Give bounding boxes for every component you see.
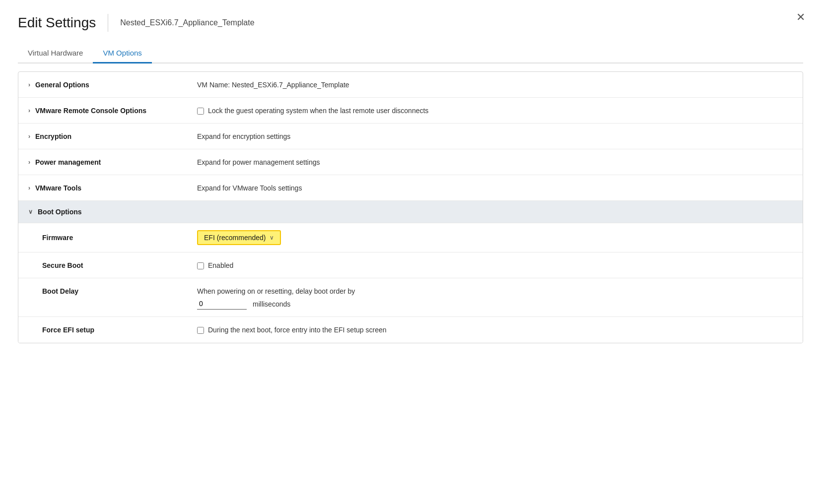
edit-settings-dialog: Edit Settings Nested_ESXi6.7_Appliance_T… — [0, 0, 821, 504]
label-text-vmware-tools: VMware Tools — [35, 184, 81, 192]
label-vmware-tools[interactable]: › VMware Tools — [18, 177, 187, 199]
row-secure-boot: Secure Boot Enabled — [18, 252, 803, 278]
boot-delay-input-row: milliseconds — [197, 298, 793, 310]
close-button[interactable]: ✕ — [796, 12, 805, 23]
label-general-options[interactable]: › General Options — [18, 74, 187, 96]
checkbox-text-force-efi-setup: During the next boot, force entry into t… — [208, 326, 387, 334]
label-boot-delay: Boot Delay — [18, 280, 187, 302]
tab-vm-options[interactable]: VM Options — [93, 44, 151, 63]
row-vmware-remote-console: › VMware Remote Console Options Lock the… — [18, 98, 803, 124]
label-text-force-efi-setup: Force EFI setup — [42, 326, 94, 334]
label-text-general-options: General Options — [35, 81, 89, 89]
value-boot-delay: When powering on or resetting, delay boo… — [187, 280, 803, 316]
label-text-power-management: Power management — [35, 158, 101, 166]
value-power-management: Expand for power management settings — [187, 151, 803, 173]
chevron-vmware-remote-console: › — [28, 107, 30, 114]
checkbox-wrapper-force-efi: During the next boot, force entry into t… — [197, 326, 793, 334]
label-force-efi-setup: Force EFI setup — [18, 319, 187, 341]
checkbox-remote-console[interactable] — [197, 108, 204, 115]
tab-virtual-hardware[interactable]: Virtual Hardware — [18, 44, 93, 63]
checkbox-text-remote-console: Lock the guest operating system when the… — [208, 107, 428, 115]
tab-bar: Virtual Hardware VM Options — [18, 44, 803, 63]
firmware-dropdown[interactable]: EFI (recommended) ∨ — [197, 230, 281, 245]
chevron-down-icon: ∨ — [270, 234, 274, 241]
checkbox-wrapper-remote-console: Lock the guest operating system when the… — [197, 107, 793, 115]
chevron-power-management: › — [28, 159, 30, 166]
row-encryption: › Encryption Expand for encryption setti… — [18, 124, 803, 149]
label-text-boot-delay: Boot Delay — [42, 287, 78, 295]
chevron-vmware-tools: › — [28, 185, 30, 191]
row-general-options: › General Options VM Name: Nested_ESXi6.… — [18, 72, 803, 98]
value-vmware-tools: Expand for VMware Tools settings — [187, 177, 803, 199]
boot-delay-unit: milliseconds — [253, 300, 290, 308]
value-encryption: Expand for encryption settings — [187, 126, 803, 147]
firmware-value: EFI (recommended) — [204, 234, 266, 242]
checkbox-force-efi-setup[interactable] — [197, 327, 204, 334]
checkbox-secure-boot[interactable] — [197, 262, 204, 269]
dialog-header: Edit Settings Nested_ESXi6.7_Appliance_T… — [18, 14, 803, 32]
label-firmware: Firmware — [18, 227, 187, 249]
value-general-options: VM Name: Nested_ESXi6.7_Appliance_Templa… — [187, 74, 803, 96]
label-vmware-remote-console[interactable]: › VMware Remote Console Options — [18, 100, 187, 122]
checkbox-text-secure-boot: Enabled — [208, 261, 233, 269]
label-text-vmware-remote-console: VMware Remote Console Options — [35, 107, 146, 115]
value-force-efi-setup: During the next boot, force entry into t… — [187, 319, 803, 341]
checkbox-wrapper-secure-boot: Enabled — [197, 261, 793, 269]
boot-delay-input[interactable] — [197, 298, 247, 310]
row-power-management: › Power management Expand for power mana… — [18, 149, 803, 175]
label-text-secure-boot: Secure Boot — [42, 261, 83, 269]
dialog-title: Edit Settings — [18, 15, 96, 31]
row-boot-options-header: ∨ Boot Options — [18, 201, 803, 223]
label-secure-boot: Secure Boot — [18, 254, 187, 276]
label-power-management[interactable]: › Power management — [18, 151, 187, 173]
dialog-subtitle: Nested_ESXi6.7_Appliance_Template — [120, 18, 254, 27]
value-firmware: EFI (recommended) ∨ — [187, 223, 803, 252]
boot-delay-content: When powering on or resetting, delay boo… — [197, 287, 793, 310]
settings-content: › General Options VM Name: Nested_ESXi6.… — [18, 71, 803, 343]
label-text-encryption: Encryption — [35, 132, 71, 140]
label-text-firmware: Firmware — [42, 234, 73, 242]
header-divider — [108, 14, 108, 32]
value-boot-options — [187, 205, 803, 219]
row-force-efi-setup: Force EFI setup During the next boot, fo… — [18, 317, 803, 343]
label-encryption[interactable]: › Encryption — [18, 126, 187, 147]
value-vmware-remote-console: Lock the guest operating system when the… — [187, 100, 803, 122]
chevron-encryption: › — [28, 133, 30, 140]
row-vmware-tools: › VMware Tools Expand for VMware Tools s… — [18, 175, 803, 201]
label-text-boot-options: Boot Options — [38, 208, 82, 216]
chevron-general-options: › — [28, 81, 30, 88]
value-secure-boot: Enabled — [187, 254, 803, 276]
label-boot-options[interactable]: ∨ Boot Options — [18, 201, 187, 223]
boot-delay-desc: When powering on or resetting, delay boo… — [197, 287, 793, 295]
row-boot-delay: Boot Delay When powering on or resetting… — [18, 278, 803, 317]
row-firmware: Firmware EFI (recommended) ∨ — [18, 223, 803, 252]
chevron-boot-options: ∨ — [28, 208, 33, 215]
